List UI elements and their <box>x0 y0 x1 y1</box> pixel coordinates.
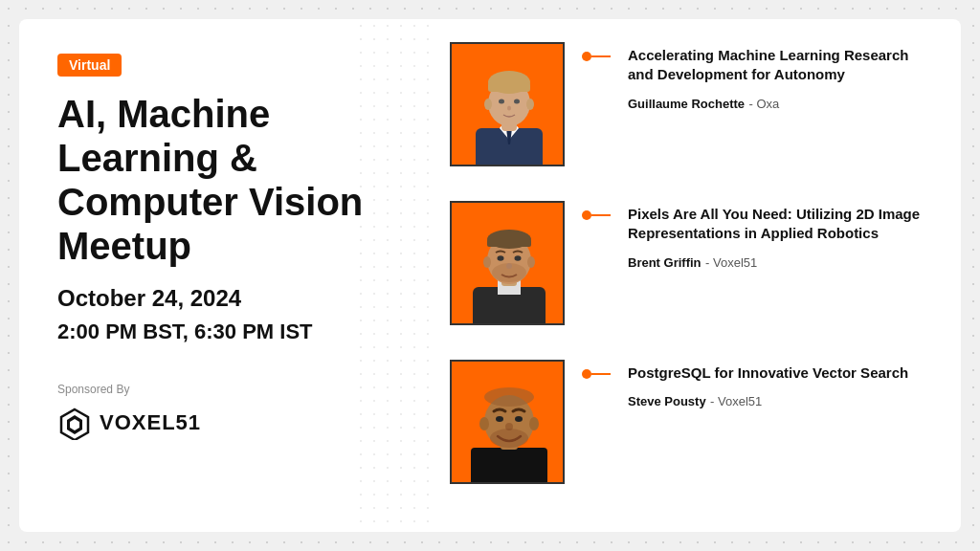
svg-point-28 <box>527 256 535 268</box>
speaker-company-2: - Voxel51 <box>705 255 757 270</box>
speaker-row-3: PostgreSQL for Innovative Vector Search … <box>450 360 932 509</box>
voxel51-icon <box>57 406 92 440</box>
speaker-name-3: Steve Pousty <box>628 394 706 408</box>
sponsored-label: Sponsored By <box>57 383 392 396</box>
speaker-company-1: - Oxa <box>749 97 780 111</box>
speaker-name-2: Brent Griffin <box>628 255 702 270</box>
right-panel: Accelerating Machine Learning Research a… <box>431 19 961 532</box>
event-date: October 24, 2024 <box>57 285 392 312</box>
bullet-dash-1 <box>591 55 611 57</box>
svg-point-35 <box>515 416 523 422</box>
bullet-connector-3 <box>582 360 611 379</box>
svg-point-24 <box>498 255 504 261</box>
speaker-row-1: Accelerating Machine Learning Research a… <box>450 42 932 191</box>
bullet-connector-2 <box>582 201 611 220</box>
bullet-dot-3 <box>582 369 591 379</box>
sponsor-logo: VOXEL51 <box>57 406 392 440</box>
event-card: Virtual AI, Machine Learning & Computer … <box>19 19 961 532</box>
event-time: 2:00 PM BST, 6:30 PM IST <box>57 320 392 344</box>
svg-rect-10 <box>488 82 530 92</box>
speaker-row-2: Pixels Are All You Need: Utilizing 2D Im… <box>450 201 932 350</box>
talk-title-2: Pixels Are All You Need: Utilizing 2D Im… <box>628 205 932 244</box>
talk-info-2: Pixels Are All You Need: Utilizing 2D Im… <box>628 201 932 271</box>
svg-point-26 <box>506 263 512 269</box>
talk-info-1: Accelerating Machine Learning Research a… <box>628 42 932 112</box>
speaker-credit-2: Brent Griffin - Voxel51 <box>628 253 932 271</box>
speaker-photo-1 <box>450 42 565 166</box>
svg-point-38 <box>479 417 489 430</box>
speaker-photo-3 <box>450 360 565 484</box>
svg-point-33 <box>484 387 534 407</box>
svg-point-14 <box>484 99 492 110</box>
speaker-photo-2 <box>450 201 565 325</box>
bullet-dash-3 <box>591 373 611 375</box>
bullet-dot-2 <box>582 210 591 220</box>
svg-rect-23 <box>487 239 531 247</box>
bullet-connector-1 <box>582 42 611 61</box>
left-panel: Virtual AI, Machine Learning & Computer … <box>19 19 431 532</box>
svg-point-15 <box>526 99 534 110</box>
svg-point-34 <box>496 416 503 422</box>
event-title: AI, Machine Learning & Computer Vision M… <box>57 92 392 268</box>
bullet-dash-2 <box>591 214 611 216</box>
svg-point-13 <box>507 106 511 111</box>
virtual-badge: Virtual <box>57 54 122 77</box>
svg-point-39 <box>529 417 539 430</box>
speaker-credit-3: Steve Pousty - Voxel51 <box>628 392 932 409</box>
sponsor-name: VOXEL51 <box>100 410 201 435</box>
svg-point-37 <box>490 429 528 448</box>
svg-point-12 <box>514 99 520 104</box>
speaker-name-1: Guillaume Rochette <box>628 97 745 111</box>
svg-point-27 <box>483 256 491 268</box>
svg-point-11 <box>499 99 504 104</box>
bullet-dot-1 <box>582 52 591 61</box>
speaker-company-3: - Voxel51 <box>710 394 762 408</box>
svg-point-25 <box>515 255 522 261</box>
talk-title-1: Accelerating Machine Learning Research a… <box>628 46 932 85</box>
svg-rect-30 <box>471 448 547 484</box>
talk-title-3: PostgreSQL for Innovative Vector Search <box>628 364 932 383</box>
talk-info-3: PostgreSQL for Innovative Vector Search … <box>628 360 932 409</box>
speaker-credit-1: Guillaume Rochette - Oxa <box>628 95 932 112</box>
